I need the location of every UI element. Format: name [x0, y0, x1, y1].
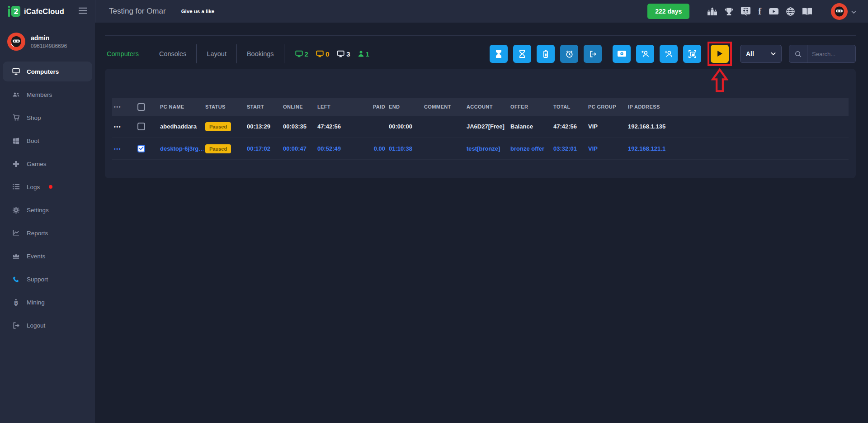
- discord-icon[interactable]: [741, 7, 750, 16]
- days-remaining-button[interactable]: 222 days: [647, 4, 689, 19]
- users-online-count: 1: [366, 50, 369, 58]
- paid-cell: 0.00: [361, 138, 387, 159]
- svg-text:2: 2: [14, 7, 19, 16]
- user-name: admin: [31, 34, 67, 42]
- logo-row: 2 iCafeCloud: [0, 0, 95, 23]
- top-social-icons: f: [708, 6, 812, 17]
- windows-icon: [12, 138, 20, 144]
- sidebar-item-games[interactable]: Games: [3, 154, 92, 174]
- col-status: STATUS: [203, 98, 245, 116]
- battery-button[interactable]: [537, 45, 555, 63]
- main-content: Computers Consoles Layout Bookings 2 0 3…: [95, 0, 868, 178]
- sidebar-item-reports[interactable]: Reports: [3, 223, 92, 243]
- crown-icon: [12, 253, 20, 259]
- col-start: START: [245, 98, 281, 116]
- row-menu-ellipsis-icon[interactable]: •••: [114, 124, 121, 129]
- user-phone: 096184986696: [31, 43, 67, 49]
- screen-frame-button[interactable]: [683, 45, 701, 63]
- filter-value: All: [746, 50, 754, 57]
- play-button[interactable]: [711, 45, 729, 63]
- sidebar-item-shop[interactable]: Shop: [3, 108, 92, 128]
- search-input[interactable]: [807, 51, 855, 57]
- hamburger-menu-icon[interactable]: [78, 7, 88, 16]
- sidebar-item-label: Shop: [27, 114, 41, 121]
- cart-icon: [12, 114, 20, 121]
- comment-cell: [422, 116, 465, 138]
- sidebar-item-logs[interactable]: Logs: [3, 177, 92, 197]
- pc-group-cell: VIP: [586, 138, 626, 159]
- row-menu-ellipsis-icon[interactable]: •••: [114, 146, 121, 152]
- table-row[interactable]: ••• abedhaddara Paused 00:13:29 00:03:35…: [112, 116, 849, 138]
- ranking-icon[interactable]: [708, 7, 717, 15]
- add-member-button[interactable]: [660, 45, 678, 63]
- search-icon[interactable]: [789, 45, 807, 62]
- col-end: END: [387, 98, 422, 116]
- row-checkbox-checked[interactable]: [137, 145, 145, 152]
- youtube-icon[interactable]: [769, 8, 778, 15]
- sidebar-item-label: Logout: [27, 322, 45, 329]
- gear-icon: [12, 207, 20, 214]
- bitcoin-icon: B: [12, 299, 20, 306]
- facebook-icon[interactable]: f: [758, 6, 761, 17]
- guide-book-icon[interactable]: [802, 8, 812, 15]
- pcs-idle-count: 0: [326, 50, 329, 58]
- status-badge: Paused: [205, 144, 231, 153]
- end-cell: 00:00:00: [387, 116, 422, 138]
- col-total: TOTAL: [552, 98, 586, 116]
- sidebar-item-members[interactable]: Members: [3, 85, 92, 105]
- pc-group-filter-select[interactable]: All: [740, 45, 782, 63]
- sidebar-item-label: Logs: [27, 184, 40, 190]
- tab-consoles[interactable]: Consoles: [149, 44, 197, 63]
- sidebar-item-events[interactable]: Events: [3, 246, 92, 266]
- sidebar-item-label: Boot: [27, 138, 39, 144]
- chart-icon: [12, 230, 20, 236]
- select-all-checkbox[interactable]: [137, 103, 145, 111]
- tab-computers[interactable]: Computers: [105, 44, 149, 63]
- user-profile[interactable]: admin 096184986696: [0, 23, 95, 62]
- top-bar-right: 222 days f: [647, 3, 856, 20]
- cash-button[interactable]: [613, 45, 631, 63]
- comment-cell: [422, 138, 465, 159]
- ip-address-cell: 192.168.1.135: [626, 116, 849, 138]
- sidebar-item-logout[interactable]: Logout: [3, 315, 92, 335]
- sidebar-item-settings[interactable]: Settings: [3, 200, 92, 220]
- pcs-idle-counter: 0: [316, 50, 329, 58]
- pc-name-cell[interactable]: abedhaddara: [158, 116, 203, 138]
- tab-bookings[interactable]: Bookings: [237, 44, 284, 63]
- table-menu-ellipsis-icon[interactable]: •••: [114, 104, 121, 109]
- sidebar-item-label: Settings: [27, 207, 49, 214]
- sign-out-session-button[interactable]: [584, 45, 602, 63]
- end-cell: 01:10:38: [387, 138, 422, 159]
- highlight-box: [708, 42, 732, 66]
- trophy-icon[interactable]: [725, 7, 733, 16]
- sidebar-item-mining[interactable]: B Mining: [3, 292, 92, 312]
- view-tabs: Computers Consoles Layout Bookings: [105, 44, 284, 63]
- sidebar-item-boot[interactable]: Boot: [3, 131, 92, 151]
- total-cell: 03:32:01: [552, 138, 586, 159]
- online-cell: 00:00:47: [281, 138, 316, 159]
- globe-icon[interactable]: [786, 7, 795, 16]
- avatar: [831, 3, 848, 20]
- account-menu[interactable]: [831, 3, 856, 20]
- row-checkbox[interactable]: [137, 123, 145, 130]
- give-us-a-like-link[interactable]: Give us a like: [181, 9, 215, 14]
- pc-name-cell[interactable]: desktop-6j3rg…: [158, 138, 203, 159]
- pcs-off-counter: 3: [337, 50, 350, 58]
- col-account: ACCOUNT: [465, 98, 509, 116]
- status-badge: Paused: [205, 122, 231, 131]
- sidebar-item-computers[interactable]: Computers: [3, 62, 92, 81]
- sidebar-item-support[interactable]: Support: [3, 269, 92, 289]
- account-cell: JA6D27[Free]: [465, 116, 509, 138]
- pcs-off-count: 3: [346, 50, 350, 58]
- hourglass-filled-button[interactable]: [490, 45, 508, 63]
- member-star-button[interactable]: [636, 45, 654, 63]
- tab-layout[interactable]: Layout: [197, 44, 237, 63]
- col-online: ONLINE: [281, 98, 316, 116]
- chevron-down-icon: [771, 52, 776, 55]
- sidebar-item-label: Games: [27, 161, 47, 167]
- toolbar-actions: All: [484, 42, 856, 66]
- chevron-down-icon: [851, 7, 856, 15]
- table-row-selected[interactable]: ••• desktop-6j3rg… Paused 00:17:02 00:00…: [112, 138, 849, 159]
- hourglass-button[interactable]: [513, 45, 531, 63]
- alarm-button[interactable]: [560, 45, 578, 63]
